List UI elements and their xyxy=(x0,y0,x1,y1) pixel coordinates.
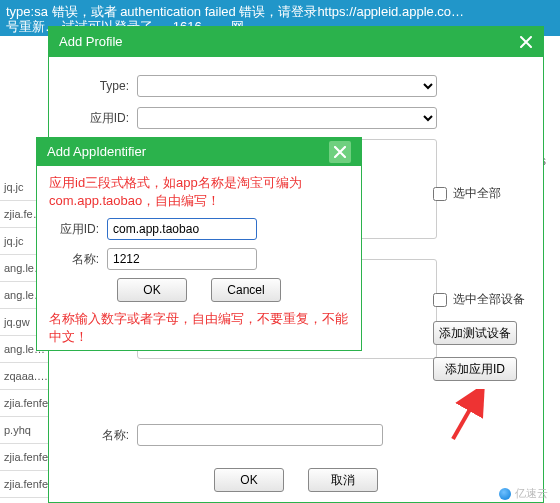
close-icon[interactable] xyxy=(329,141,351,163)
select-all-dev-label: 选中全部设备 xyxy=(453,291,525,308)
add-appid-button[interactable]: 添加应用ID xyxy=(433,357,517,381)
profile-ok-button[interactable]: OK xyxy=(214,468,284,492)
appid-name-label: 名称: xyxy=(49,251,99,268)
appid-ok-button[interactable]: OK xyxy=(117,278,187,302)
appid-name-input[interactable] xyxy=(107,248,257,270)
appid-label: 应用ID: xyxy=(69,110,129,127)
watermark: 亿速云 xyxy=(499,486,548,501)
banner-line1: type:sa 错误，或者 authentication failed 错误，请… xyxy=(6,4,554,19)
add-profile-title: Add Profile xyxy=(59,27,123,57)
profile-cancel-button[interactable]: 取消 xyxy=(308,468,378,492)
watermark-logo-icon xyxy=(499,488,511,500)
watermark-text: 亿速云 xyxy=(515,486,548,501)
appid-titlebar[interactable]: Add AppIdentifier xyxy=(37,138,361,166)
annotation-arrow-icon xyxy=(447,389,485,441)
select-all-label: 选中全部 xyxy=(453,185,501,202)
appid-input[interactable] xyxy=(107,218,257,240)
appid-buttons: OK Cancel xyxy=(49,278,349,302)
close-icon[interactable] xyxy=(519,35,533,49)
appid-field-label: 应用ID: xyxy=(49,221,99,238)
select-all-dev-checkbox[interactable] xyxy=(433,293,447,307)
appid-select[interactable] xyxy=(137,107,437,129)
profile-bottom-buttons: OK 取消 xyxy=(49,468,543,492)
select-all-row[interactable]: 选中全部 xyxy=(433,185,501,202)
add-test-device-button[interactable]: 添加测试设备 xyxy=(433,321,517,345)
add-appidentifier-dialog: Add AppIdentifier 应用id三段式格式，如app名称是淘宝可编为… xyxy=(36,137,362,351)
type-select[interactable] xyxy=(137,75,437,97)
add-profile-titlebar[interactable]: Add Profile xyxy=(49,27,543,57)
name-input[interactable] xyxy=(137,424,383,446)
appid-hint-top: 应用id三段式格式，如app名称是淘宝可编为com.app.taobao，自由编… xyxy=(49,174,349,210)
appid-cancel-button[interactable]: Cancel xyxy=(211,278,281,302)
type-label: Type: xyxy=(69,79,129,93)
select-all-dev-row[interactable]: 选中全部设备 xyxy=(433,291,525,308)
name-label: 名称: xyxy=(69,427,129,444)
select-all-checkbox[interactable] xyxy=(433,187,447,201)
appid-dialog-title: Add AppIdentifier xyxy=(47,138,146,166)
appid-hint-bottom: 名称输入数字或者字母，自由编写，不要重复，不能中文！ xyxy=(49,310,349,346)
